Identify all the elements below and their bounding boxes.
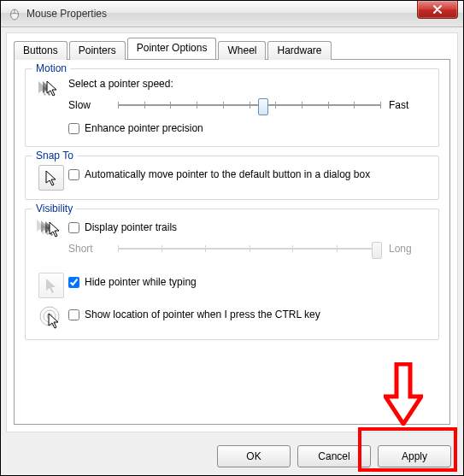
checkbox-label: Hide pointer while typing — [85, 276, 197, 288]
checkbox-input[interactable] — [68, 169, 79, 180]
pointer-speed-slider[interactable] — [118, 97, 380, 114]
checkbox-label: Display pointer trails — [85, 221, 177, 233]
property-sheet: Buttons Pointers Pointer Options Wheel H… — [6, 32, 458, 432]
trail-length-slider — [118, 240, 380, 257]
checkbox-label: Enhance pointer precision — [85, 122, 203, 134]
checkbox-label: Automatically move pointer to the defaul… — [85, 168, 370, 180]
long-label: Long — [389, 243, 430, 255]
checkbox-input[interactable] — [68, 222, 79, 233]
group-legend: Motion — [32, 62, 70, 74]
tab-buttons[interactable]: Buttons — [14, 41, 68, 60]
dialog-button-row: OK Cancel Apply — [1, 438, 463, 475]
apply-button[interactable]: Apply — [378, 445, 451, 467]
button-label: Apply — [402, 450, 427, 462]
tab-hardware[interactable]: Hardware — [267, 41, 331, 60]
pointer-trails-checkbox[interactable]: Display pointer trails — [68, 221, 430, 233]
snap-icon — [34, 165, 68, 191]
enhance-precision-checkbox[interactable]: Enhance pointer precision — [68, 122, 430, 134]
short-label: Short — [68, 243, 109, 255]
checkbox-input[interactable] — [68, 123, 79, 134]
slow-label: Slow — [68, 99, 109, 111]
tab-strip: Buttons Pointers Pointer Options Wheel H… — [14, 38, 450, 59]
hide-while-typing-checkbox[interactable]: Hide pointer while typing — [68, 276, 430, 288]
motion-prompt: Select a pointer speed: — [68, 78, 430, 90]
client-area: Buttons Pointers Pointer Options Wheel H… — [1, 27, 463, 475]
tab-page-pointer-options: Motion Select a pointer speed: — [14, 59, 450, 425]
mouse-properties-window: Mouse Properties Buttons Pointers Pointe… — [0, 0, 464, 476]
ok-button[interactable]: OK — [217, 445, 291, 467]
hide-typing-icon — [34, 273, 68, 298]
mouse-icon — [8, 7, 21, 21]
tab-wheel[interactable]: Wheel — [218, 41, 266, 60]
group-snap-to: Snap To Automatical — [25, 156, 439, 200]
titlebar: Mouse Properties — [1, 1, 463, 27]
cancel-button[interactable]: Cancel — [297, 445, 371, 467]
group-legend: Snap To — [32, 150, 77, 162]
group-legend: Visibility — [32, 203, 76, 214]
tab-pointers[interactable]: Pointers — [69, 41, 126, 60]
ctrl-locate-icon — [34, 305, 68, 331]
tab-label: Pointers — [79, 44, 116, 56]
tab-label: Wheel — [227, 44, 256, 56]
group-motion: Motion Select a pointer speed: — [25, 68, 439, 147]
close-button[interactable] — [417, 1, 458, 19]
fast-label: Fast — [389, 99, 430, 111]
tab-label: Hardware — [277, 44, 321, 56]
tab-label: Pointer Options — [137, 42, 208, 54]
tab-pointer-options[interactable]: Pointer Options — [127, 38, 217, 59]
button-label: Cancel — [318, 450, 349, 462]
ctrl-locate-checkbox[interactable]: Show location of pointer when I press th… — [68, 309, 430, 320]
trails-icon — [34, 218, 68, 244]
checkbox-label: Show location of pointer when I press th… — [85, 309, 320, 320]
motion-icon — [34, 78, 68, 107]
close-icon — [432, 5, 443, 14]
group-visibility: Visibility — [25, 209, 439, 340]
checkbox-input[interactable] — [68, 277, 79, 288]
snap-to-default-checkbox[interactable]: Automatically move pointer to the defaul… — [68, 168, 430, 180]
tab-label: Buttons — [23, 44, 58, 56]
checkbox-input[interactable] — [68, 309, 79, 320]
window-title: Mouse Properties — [26, 8, 107, 20]
button-label: OK — [246, 450, 261, 462]
